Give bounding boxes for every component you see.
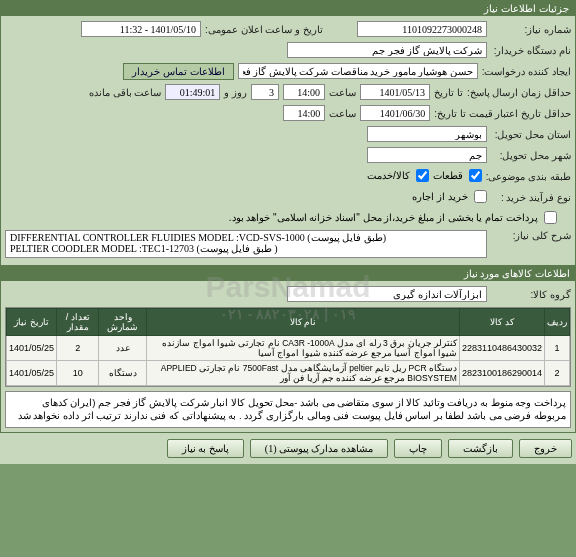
purchase-type-label: نوع فرآیند خرید : <box>491 192 571 203</box>
docs-button[interactable]: مشاهده مدارک پیوستی (1) <box>250 439 388 458</box>
days-label: روز و <box>224 87 247 98</box>
purchase-hire[interactable]: خرید از اجاره <box>412 190 487 203</box>
col-header: واحد شمارش <box>99 309 147 336</box>
need-no-input[interactable] <box>357 21 487 37</box>
validity-label: حداقل تاریخ اعتبار قیمت تا تاریخ: <box>434 108 571 119</box>
contact-buyer-button[interactable]: اطلاعات تماس خریدار <box>123 63 234 80</box>
requester-label: ایجاد کننده درخواست: <box>482 66 571 77</box>
city-label: شهر محل تحویل: <box>491 150 571 161</box>
validity-time-input[interactable] <box>283 105 325 121</box>
back-button[interactable]: بازگشت <box>448 439 513 458</box>
deadline-label: حداقل زمان ارسال پاسخ: <box>467 87 571 98</box>
need-no-label: شماره نیاز: <box>491 24 571 35</box>
group-label: گروه کالا: <box>491 289 571 300</box>
days-input[interactable] <box>251 84 279 100</box>
notes-box: پرداخت وجه منوط به دریافت وتائید کالا از… <box>5 391 571 428</box>
city-input[interactable] <box>367 147 487 163</box>
time-label-2: ساعت <box>329 108 356 119</box>
exit-button[interactable]: خروج <box>519 439 572 458</box>
province-label: استان محل تحویل: <box>491 129 571 140</box>
items-panel: گروه کالا: ردیفکد کالانام کالاواحد شمارش… <box>0 281 576 433</box>
province-input[interactable] <box>367 126 487 142</box>
reply-button[interactable]: پاسخ به نیاز <box>167 439 244 458</box>
info-panel: جزئیات اطلاعات نیاز شماره نیاز: تاریخ و … <box>0 0 576 266</box>
buyer-label: نام دستگاه خریدار: <box>491 45 571 56</box>
col-header: نام کالا <box>147 309 460 336</box>
col-header: تاریخ نیاز <box>7 309 57 336</box>
category-label: طبقه بندی موضوعی: <box>486 171 571 182</box>
col-header: تعداد / مقدار <box>57 309 99 336</box>
col-header: ردیف <box>545 309 570 336</box>
desc-textarea[interactable] <box>5 230 487 258</box>
remain-time-input <box>165 84 220 100</box>
until-label: تا تاریخ <box>434 87 463 98</box>
deadline-date-input[interactable] <box>360 84 430 100</box>
items-table-wrap: ردیفکد کالانام کالاواحد شمارشتعداد / مقد… <box>5 307 571 387</box>
category-goods[interactable]: کالا/خدمت <box>367 169 429 182</box>
info-panel-title: جزئیات اطلاعات نیاز <box>1 1 575 16</box>
table-row[interactable]: 22823100186290014دستگاه PCR ریل تایم pel… <box>7 361 570 386</box>
col-header: کد کالا <box>459 309 544 336</box>
pay-note-check[interactable]: پرداخت تمام یا بخشی از مبلغ خرید،از محل … <box>229 211 557 224</box>
time-label-1: ساعت <box>329 87 356 98</box>
items-panel-title: اطلاعات کالاهای مورد نیاز <box>0 266 576 281</box>
announce-label: تاریخ و ساعت اعلان عمومی: <box>205 24 323 35</box>
remain-label: ساعت باقی مانده <box>89 87 162 98</box>
validity-date-input[interactable] <box>360 105 430 121</box>
group-input[interactable] <box>287 286 487 302</box>
table-row[interactable]: 12283110486430032کنترلر جریان برق 3 رله … <box>7 336 570 361</box>
deadline-time-input[interactable] <box>283 84 325 100</box>
announce-input[interactable] <box>81 21 201 37</box>
desc-label: شرح کلی نیاز: <box>491 230 571 241</box>
items-table: ردیفکد کالانام کالاواحد شمارشتعداد / مقد… <box>6 308 570 386</box>
category-parts[interactable]: قطعات <box>433 169 482 182</box>
requester-input[interactable] <box>238 63 478 79</box>
print-button[interactable]: چاپ <box>394 439 442 458</box>
button-bar: خروج بازگشت چاپ مشاهده مدارک پیوستی (1) … <box>0 433 576 464</box>
buyer-input[interactable] <box>287 42 487 58</box>
